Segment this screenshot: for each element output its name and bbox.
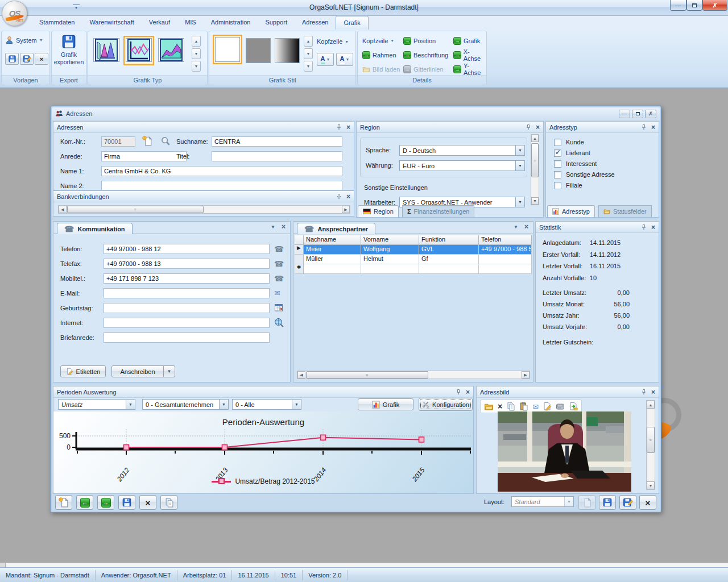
scrollbar-thumb[interactable]: ≡ (306, 371, 428, 379)
details-x-achse-button[interactable]: → X-Achse (453, 50, 486, 60)
cell[interactable]: Meier (304, 245, 361, 255)
filiale-select[interactable]: 0 - Alle ▼ (232, 399, 301, 410)
chart-type-line-button-selected[interactable] (123, 36, 154, 65)
grafik-exportieren-button[interactable]: Grafik exportieren (52, 34, 86, 66)
scroll-up-arrow[interactable]: ▲ (647, 401, 655, 409)
copy-icon[interactable] (506, 402, 515, 411)
tab-adresstyp[interactable]: Adresstyp (547, 205, 595, 217)
copy-record-button[interactable] (160, 495, 177, 510)
details-kopfzeile-dropdown[interactable]: Kopfzeile ▼ (362, 36, 400, 45)
konfiguration-button[interactable]: Konfiguration (419, 398, 473, 411)
checkbox-interessent[interactable] (554, 160, 561, 168)
close-icon[interactable]: × (524, 224, 528, 230)
briefanrede-field[interactable] (104, 332, 270, 343)
panel-dropdown-icon[interactable]: ▼ (514, 225, 518, 230)
tab-verkauf[interactable]: Verkauf (142, 17, 177, 30)
internet-field[interactable] (104, 318, 270, 328)
checkbox-filiale[interactable] (554, 182, 561, 189)
cell[interactable] (361, 264, 419, 274)
cell[interactable]: Gf (419, 255, 479, 264)
details-gitterlinien-button-disabled[interactable]: → Gitterlinien (403, 64, 448, 74)
chart-type-area-button[interactable] (158, 38, 184, 63)
region-panel-header[interactable]: Region × (357, 122, 543, 133)
layout-select[interactable]: Standard ▼ (511, 496, 574, 507)
etiketten-button[interactable]: Etiketten (60, 365, 106, 377)
child-close-button[interactable]: ✗ (645, 110, 656, 118)
anschreiben-dropdown[interactable]: ▼ (164, 365, 175, 377)
save-template-button[interactable] (5, 53, 19, 65)
gallery-more[interactable]: ▼ (192, 61, 201, 72)
close-icon[interactable]: × (651, 225, 655, 230)
close-icon[interactable]: × (536, 124, 540, 130)
suchname-field[interactable]: CENTRA (212, 136, 342, 147)
maximize-button[interactable] (686, 0, 702, 11)
waehrung-select[interactable]: EUR - Euro ▼ (399, 160, 525, 171)
cell[interactable]: GVL (419, 245, 479, 255)
col-funktion[interactable]: Funktion (419, 235, 479, 245)
unternehmen-select[interactable]: 0 - Gesamtunternehmen ▼ (142, 399, 229, 410)
save-layout-as-button[interactable] (619, 495, 636, 510)
cell[interactable] (479, 255, 532, 264)
kopfzeile-dropdown[interactable]: Kopfzeile ▼ (317, 38, 349, 45)
scroll-left-arrow[interactable]: ◀ (59, 206, 67, 213)
table-new-row[interactable]: ✱ (295, 264, 533, 274)
korr-nr-field[interactable]: 70001 (101, 136, 135, 147)
details-position-button[interactable]: → Position (403, 36, 448, 45)
scanner-icon[interactable] (556, 402, 565, 411)
table-row-selected[interactable]: ▶ Meier Wolfgang GVL +49 97000 - 988 56 (295, 245, 533, 255)
name1-field[interactable]: Centra GmbH & Co. KG (101, 166, 342, 176)
details-beschriftung-button[interactable]: → Beschriftung (403, 50, 448, 60)
adressbild-panel-header[interactable]: Adressbild × (477, 386, 659, 398)
cell[interactable] (419, 264, 479, 274)
new-layout-button-disabled[interactable] (578, 495, 595, 510)
tab-support[interactable]: Support (258, 17, 295, 30)
next-record-button[interactable]: → (97, 495, 114, 510)
anschreiben-button[interactable]: Anschreiben (111, 365, 164, 377)
save-layout-button[interactable] (599, 495, 616, 510)
pin-icon[interactable] (455, 389, 462, 396)
pin-icon[interactable] (640, 124, 647, 131)
region-vertical-scrollbar[interactable]: ▲ ≡ ▼ (531, 134, 539, 205)
pin-icon[interactable] (336, 124, 342, 131)
name2-field[interactable] (101, 181, 342, 190)
col-telefon[interactable]: Telefon (479, 235, 532, 245)
new-record-button[interactable] (55, 495, 72, 510)
scrollbar-thumb[interactable]: ≡ (67, 206, 204, 213)
child-maximize-button[interactable] (632, 110, 643, 118)
style-more[interactable]: ▼ (304, 61, 313, 72)
sprache-select[interactable]: D - Deutsch ▼ (399, 145, 525, 156)
close-icon[interactable]: × (651, 389, 655, 395)
scroll-left-arrow[interactable]: ◀ (297, 371, 305, 379)
adresstyp-panel-header[interactable]: Adresstyp × (546, 122, 659, 133)
scrollbar-thumb[interactable]: ≡ (531, 143, 539, 177)
col-nachname[interactable]: Nachname (304, 235, 361, 245)
scroll-up-arrow[interactable]: ▲ (531, 135, 539, 142)
close-button[interactable]: ✗ (702, 0, 727, 11)
adressbild-vertical-scrollbar[interactable]: ▲ ≡ ▼ (646, 400, 655, 490)
system-dropdown-button[interactable]: System ▼ (5, 36, 43, 44)
cell[interactable]: Helmut (361, 255, 419, 264)
checkbox-lieferant[interactable] (554, 149, 561, 157)
app-logo[interactable]: OS .NET (2, 1, 27, 26)
tab-statusfelder[interactable]: Statusfelder (598, 205, 652, 217)
chart-type-cones-button[interactable] (93, 38, 119, 63)
scroll-right-arrow[interactable]: ▶ (522, 371, 530, 379)
dial-phone-icon[interactable]: ☎ (274, 244, 284, 253)
pin-icon[interactable] (640, 224, 647, 231)
adressen-panel-header[interactable]: Adressen × (53, 122, 354, 133)
telefon-field[interactable]: +49 97000 - 988 12 (104, 244, 270, 254)
cell[interactable]: Wolfgang (361, 245, 419, 255)
tab-stammdaten[interactable]: Stammdaten (32, 17, 82, 30)
pin-icon[interactable] (336, 193, 342, 200)
dial-fax-icon[interactable]: ☎ (274, 259, 284, 268)
close-icon[interactable]: × (466, 389, 470, 395)
email-field[interactable] (104, 288, 270, 298)
send-mail-icon[interactable]: ✉ (274, 289, 280, 297)
export-image-icon[interactable] (569, 402, 578, 411)
pin-icon[interactable] (640, 389, 647, 396)
tab-region[interactable]: Region (358, 205, 399, 217)
col-vorname[interactable]: Vorname (361, 235, 419, 245)
bankverbindungen-panel-header[interactable]: Bankverbindungen × (53, 191, 354, 202)
save-record-button[interactable] (118, 495, 135, 510)
previous-record-button[interactable]: ← (76, 495, 93, 510)
